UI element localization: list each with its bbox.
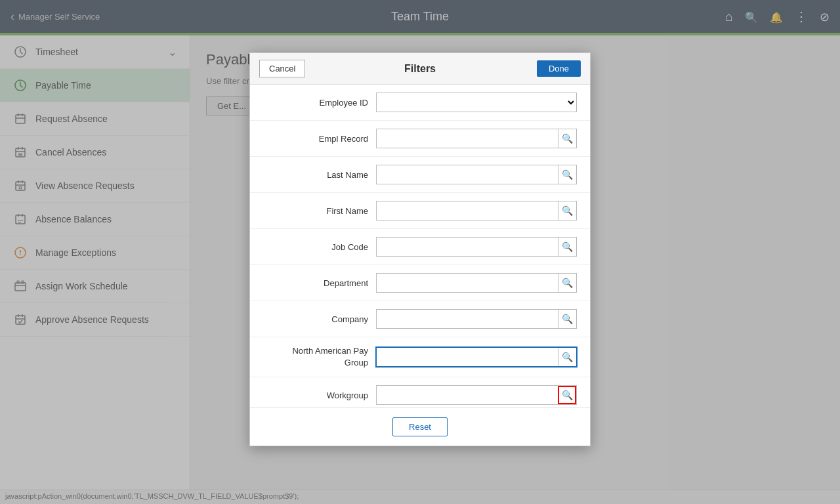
filter-row-last-name: Last Name 🔍 [250,157,590,193]
job-code-field[interactable]: 🔍 [376,237,577,257]
company-label: Company [263,314,368,324]
employee-id-label: Employee ID [263,98,368,108]
modal-footer: Reset [250,408,590,446]
first-name-input[interactable] [377,201,558,220]
workgroup-input[interactable] [377,386,558,404]
first-name-search-button[interactable]: 🔍 [558,201,576,220]
last-name-field[interactable]: 🔍 [376,165,577,184]
modal-overlay: Cancel Filters Done Employee ID Empl Rec… [0,0,840,504]
company-search-button[interactable]: 🔍 [558,310,576,328]
employee-id-field[interactable] [376,93,577,112]
filter-row-empl-record: Empl Record 🔍 [250,121,590,157]
filter-row-employee-id: Employee ID [250,85,590,121]
filter-row-workgroup: Workgroup 🔍 [250,377,590,408]
empl-record-field[interactable]: 🔍 [376,129,577,148]
modal-title: Filters [404,63,436,75]
workgroup-search-button[interactable]: 🔍 [558,386,576,404]
filter-row-company: Company 🔍 [250,301,590,337]
empl-record-search-button[interactable]: 🔍 [558,129,576,148]
reset-button[interactable]: Reset [392,417,448,436]
department-search-button[interactable]: 🔍 [558,274,576,292]
first-name-label: First Name [263,206,368,216]
company-field[interactable]: 🔍 [376,309,577,329]
filter-row-job-code: Job Code 🔍 [250,229,590,265]
department-input[interactable] [377,274,558,292]
modal-header: Cancel Filters Done [250,53,590,85]
job-code-search-button[interactable]: 🔍 [558,238,576,256]
modal-header-inner: Cancel Filters Done [259,60,581,77]
department-label: Department [263,278,368,288]
na-pay-group-label: North American PayGroup [263,345,368,369]
na-pay-group-field[interactable]: 🔍 [376,347,577,367]
company-input[interactable] [377,310,558,328]
first-name-field[interactable]: 🔍 [376,201,577,220]
workgroup-field[interactable]: 🔍 [376,385,577,405]
filter-row-na-pay-group: North American PayGroup 🔍 [250,337,590,377]
last-name-input[interactable] [377,165,558,184]
filters-modal: Cancel Filters Done Employee ID Empl Rec… [249,52,591,446]
workgroup-label: Workgroup [263,390,368,400]
empl-record-input[interactable] [377,129,558,148]
empl-record-label: Empl Record [263,134,368,144]
done-button[interactable]: Done [537,60,581,77]
last-name-label: Last Name [263,170,368,180]
cancel-button[interactable]: Cancel [259,60,305,77]
filter-row-department: Department 🔍 [250,265,590,301]
employee-id-select[interactable] [377,93,576,112]
modal-body: Employee ID Empl Record 🔍 Last Name [250,85,590,408]
last-name-search-button[interactable]: 🔍 [558,165,576,184]
na-pay-group-search-button[interactable]: 🔍 [558,348,576,366]
department-field[interactable]: 🔍 [376,273,577,293]
filter-row-first-name: First Name 🔍 [250,193,590,229]
job-code-input[interactable] [377,238,558,256]
job-code-label: Job Code [263,242,368,252]
na-pay-group-input[interactable] [377,348,558,366]
